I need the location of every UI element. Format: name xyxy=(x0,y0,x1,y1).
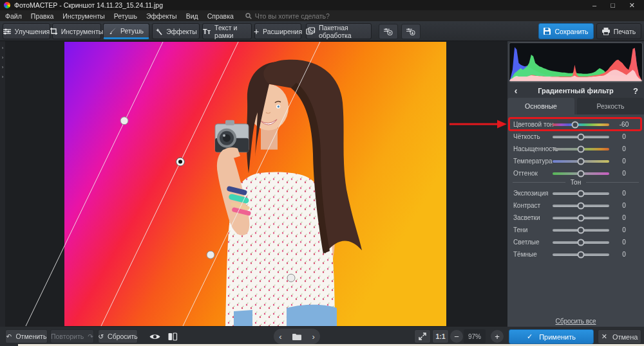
slider-value: 0 xyxy=(611,226,638,233)
slider-thumb[interactable] xyxy=(578,190,585,197)
menu-retouch[interactable]: Ретушь xyxy=(114,12,137,20)
hue-slider[interactable] xyxy=(553,123,609,126)
slider-row-whites: Светлые 0 xyxy=(507,236,644,248)
shadows-slider[interactable] xyxy=(553,229,609,232)
tab-sharpness[interactable]: Резкость xyxy=(577,98,644,114)
next-photo-chevron[interactable]: › xyxy=(312,332,314,341)
menu-effects[interactable]: Эффекты xyxy=(146,12,177,20)
title-bar: ФотоМАСТЕР - Скриншот 14.11.23_15.24.11.… xyxy=(0,0,644,10)
preset-load-button[interactable] xyxy=(401,24,421,39)
wand-icon xyxy=(155,28,162,35)
tab-basic[interactable]: Основные xyxy=(507,98,574,114)
slider-thumb[interactable] xyxy=(578,170,585,177)
tab-effects[interactable]: Эффекты xyxy=(152,23,200,39)
close-icon[interactable]: ✕ xyxy=(629,1,635,10)
menu-tools[interactable]: Инструменты xyxy=(62,12,104,20)
menu-file[interactable]: Файл xyxy=(5,12,22,20)
gradient-handle[interactable] xyxy=(287,274,295,282)
search-input[interactable]: Что вы хотите сделать? xyxy=(245,12,330,20)
menu-edit[interactable]: Правка xyxy=(31,12,53,20)
search-placeholder: Что вы хотите сделать? xyxy=(255,12,330,20)
slider-label: Чёткость xyxy=(513,133,540,140)
gradient-handle[interactable] xyxy=(120,117,128,125)
undo-icon: ↶ xyxy=(6,332,12,340)
tab-text-frames[interactable]: Tт Текст и рамки xyxy=(202,23,252,39)
slider-label: Светлые xyxy=(513,239,540,246)
blacks-slider[interactable] xyxy=(553,253,609,256)
slider-value: 0 xyxy=(611,214,638,221)
slider-label: Насыщенность xyxy=(513,145,558,152)
slider-row-blacks: Тёмные 0 xyxy=(507,248,644,260)
tab-batch-processing[interactable]: Пакетная обработка xyxy=(306,23,372,39)
tint-slider[interactable] xyxy=(553,172,609,175)
slider-value: 0 xyxy=(611,170,638,177)
slider-label: Тёмные xyxy=(513,251,537,258)
tab-instruments[interactable]: Инструменты xyxy=(52,23,101,39)
minimize-icon[interactable]: – xyxy=(592,1,596,10)
preset-add-icon xyxy=(384,28,393,35)
tab-extensions[interactable]: + Расширения xyxy=(254,23,301,39)
preset-add-button[interactable] xyxy=(379,24,398,39)
tab-label: Эффекты xyxy=(166,28,197,35)
menu-bar: Файл Правка Инструменты Ретушь Эффекты В… xyxy=(0,10,644,21)
expand-icon xyxy=(419,332,426,340)
help-icon[interactable]: ? xyxy=(627,86,644,96)
apply-button[interactable]: ✓ Применить xyxy=(509,329,594,344)
slider-thumb[interactable] xyxy=(578,239,585,246)
slider-row-saturation: Насыщенность 0 xyxy=(507,143,644,155)
folder-icon[interactable] xyxy=(292,333,301,340)
slider-thumb[interactable] xyxy=(578,145,585,152)
contrast-slider[interactable] xyxy=(553,205,609,207)
slider-value: 0 xyxy=(611,190,638,197)
saturation-slider[interactable] xyxy=(553,148,609,150)
slider-thumb[interactable] xyxy=(578,226,585,233)
slider-row-highlights: Засветки 0 xyxy=(507,212,644,224)
undo-button[interactable]: ↶ Отменить xyxy=(5,329,48,343)
reset-button[interactable]: ↺ Сбросить xyxy=(98,329,138,343)
menu-help[interactable]: Справка xyxy=(207,12,234,20)
slider-thumb[interactable] xyxy=(578,214,585,221)
temperature-slider[interactable] xyxy=(553,160,609,163)
workspace: ›››› xyxy=(0,41,644,327)
slider-label: Экспозиция xyxy=(513,190,548,197)
gradient-center-handle[interactable] xyxy=(176,158,185,166)
slider-thumb[interactable] xyxy=(578,251,585,258)
app-logo-icon xyxy=(4,2,10,8)
preview-original-button[interactable] xyxy=(146,329,164,343)
zoom-100-button[interactable]: 1:1 xyxy=(432,329,449,343)
menu-view[interactable]: Вид xyxy=(186,12,198,20)
gradient-handle[interactable] xyxy=(207,251,214,259)
tab-enhancements[interactable]: Улучшения xyxy=(3,23,50,39)
check-icon: ✓ xyxy=(527,332,533,341)
sliders-section: Цветовой тон -60 Чёткость 0 Насыщенность… xyxy=(507,114,644,346)
photo-canvas xyxy=(64,42,446,326)
restore-icon[interactable]: □ xyxy=(611,1,615,10)
collapsed-panel-strip[interactable]: ›››› xyxy=(0,41,5,327)
reset-all-link[interactable]: Сбросить все xyxy=(507,318,644,325)
redo-button[interactable]: Повторить ↷ xyxy=(50,329,94,343)
search-icon xyxy=(245,13,252,19)
slider-label: Засветки xyxy=(513,214,540,221)
zoom-in-button[interactable]: + xyxy=(491,330,504,343)
slider-thumb[interactable] xyxy=(578,202,585,209)
fit-screen-button[interactable] xyxy=(414,329,431,343)
save-button[interactable]: Сохранить xyxy=(538,23,594,39)
zoom-out-button[interactable]: − xyxy=(450,330,463,343)
slider-thumb[interactable] xyxy=(572,121,579,128)
batch-icon xyxy=(307,28,315,35)
print-button[interactable]: Печать xyxy=(596,23,641,39)
exposure-slider[interactable] xyxy=(553,192,609,195)
cancel-button[interactable]: ✕ Отмена xyxy=(598,329,641,344)
tab-retouch[interactable]: Ретушь xyxy=(103,23,149,39)
back-chevron-icon[interactable]: ‹ xyxy=(507,86,524,96)
clarity-slider[interactable] xyxy=(553,136,609,138)
highlights-slider[interactable] xyxy=(553,217,609,219)
slider-thumb[interactable] xyxy=(578,158,585,165)
status-bar: ↶ Отменить Повторить ↷ ↺ Сбросить ‹ › 1:… xyxy=(0,327,644,346)
slider-thumb[interactable] xyxy=(578,133,585,140)
slider-value: 0 xyxy=(611,158,638,165)
prev-photo-chevron[interactable]: ‹ xyxy=(279,332,281,341)
before-after-button[interactable] xyxy=(164,329,182,343)
whites-slider[interactable] xyxy=(553,241,609,244)
tab-label: Расширения xyxy=(263,28,302,35)
